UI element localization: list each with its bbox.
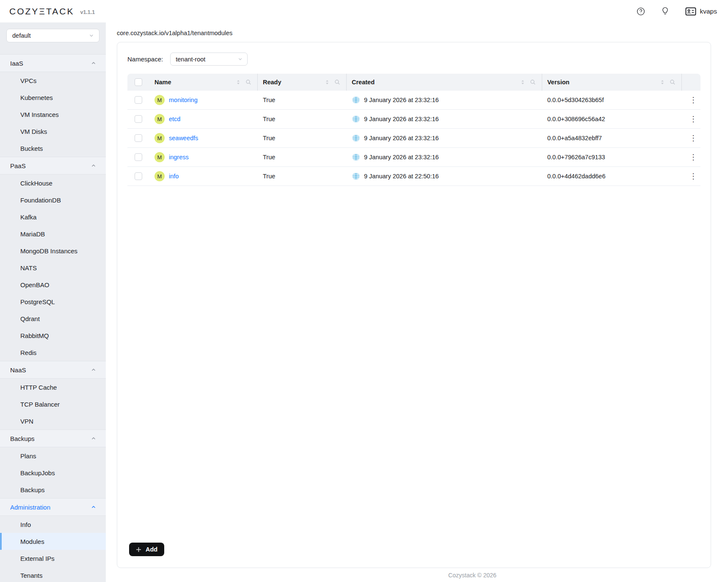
sidebar-item-postgresql[interactable]: PostgreSQL (0, 293, 106, 310)
sidebar-item-clickhouse[interactable]: ClickHouse (0, 175, 106, 191)
column-header-created[interactable]: Created (347, 74, 542, 91)
sidebar-section-iaas[interactable]: IaaS (0, 54, 106, 72)
module-name-link[interactable]: etcd (169, 116, 180, 122)
row-checkbox[interactable] (135, 115, 142, 123)
sort-icon[interactable] (236, 79, 241, 86)
row-checkbox[interactable] (135, 96, 142, 104)
chevron-up-icon (91, 367, 97, 373)
table-row: M seaweedfs True 9 January 2026 at 23:32… (127, 129, 700, 148)
table-row: M info True 9 January 2026 at 22:50:16 0… (127, 167, 700, 186)
app-logo: COZYΞTACK (9, 6, 74, 17)
help-icon[interactable] (637, 7, 645, 16)
row-checkbox[interactable] (135, 153, 142, 161)
column-search-icon[interactable] (530, 79, 536, 85)
sidebar-item-tenants[interactable]: Tenants (0, 567, 106, 582)
sidebar-item-kubernetes[interactable]: Kubernetes (0, 89, 106, 106)
plus-icon (136, 547, 141, 552)
table-row: M ingress True 9 January 2026 at 23:32:1… (127, 148, 700, 167)
ready-cell: True (258, 116, 347, 122)
footer-text: Cozystack © 2026 (106, 572, 728, 579)
module-badge: M (154, 171, 165, 181)
sidebar-item-modules[interactable]: Modules (0, 533, 106, 550)
module-name-link[interactable]: info (169, 173, 179, 180)
chevron-down-icon (237, 56, 243, 62)
sidebar-item-plans[interactable]: Plans (0, 447, 106, 464)
sidebar-item-mongodb-instances[interactable]: MongoDB Instances (0, 242, 106, 259)
column-header-name[interactable]: Name (149, 74, 258, 91)
column-label: Version (547, 79, 569, 86)
column-header-ready[interactable]: Ready (258, 74, 347, 91)
user-menu[interactable]: kvaps (685, 7, 717, 16)
sidebar-item-vm-instances[interactable]: VM Instances (0, 106, 106, 123)
add-button[interactable]: Add (129, 543, 164, 556)
sidebar-item-foundationdb[interactable]: FoundationDB (0, 191, 106, 208)
row-checkbox[interactable] (135, 172, 142, 180)
sidebar-item-qdrant[interactable]: Qdrant (0, 310, 106, 327)
module-name-link[interactable]: monitoring (169, 97, 198, 103)
section-label: NaaS (10, 366, 26, 374)
sidebar: default IaaS VPCs Kubernetes VM Instance… (0, 22, 106, 582)
namespace-label: Namespace: (127, 55, 163, 63)
column-header-actions (682, 74, 700, 91)
created-cell: 9 January 2026 at 23:32:16 (364, 154, 439, 161)
column-header-version[interactable]: Version (542, 74, 682, 91)
column-search-icon[interactable] (670, 79, 676, 85)
table-row: M monitoring True 9 January 2026 at 23:3… (127, 91, 700, 110)
namespace-select[interactable]: tenant-root (170, 53, 248, 66)
sidebar-item-nats[interactable]: NATS (0, 259, 106, 276)
column-label: Ready (263, 79, 281, 86)
sidebar-section-backups[interactable]: Backups (0, 430, 106, 447)
id-card-icon (685, 7, 696, 16)
created-cell: 9 January 2026 at 22:50:16 (364, 173, 439, 180)
namespace-select-value: tenant-root (176, 56, 205, 63)
sidebar-item-kafka[interactable]: Kafka (0, 208, 106, 225)
row-actions-icon[interactable] (687, 172, 700, 181)
row-actions-icon[interactable] (687, 133, 700, 143)
sidebar-item-backups[interactable]: Backups (0, 481, 106, 498)
row-checkbox[interactable] (135, 134, 142, 142)
sidebar-section-administration[interactable]: Administration (0, 498, 106, 516)
column-label: Created (352, 79, 375, 86)
section-label: PaaS (10, 162, 26, 169)
chevron-up-icon (91, 60, 97, 66)
chevron-up-icon (91, 163, 97, 169)
sidebar-item-vpn[interactable]: VPN (0, 413, 106, 430)
created-cell: 9 January 2026 at 23:32:16 (364, 116, 439, 122)
sidebar-item-info[interactable]: Info (0, 516, 106, 533)
sidebar-item-buckets[interactable]: Buckets (0, 140, 106, 157)
select-all-checkbox[interactable] (135, 78, 142, 86)
sidebar-item-http-cache[interactable]: HTTP Cache (0, 379, 106, 396)
sidebar-item-rabbitmq[interactable]: RabbitMQ (0, 327, 106, 344)
created-cell: 9 January 2026 at 23:32:16 (364, 97, 439, 103)
breadcrumb: core.cozystack.io/v1alpha1/tenantmodules (117, 30, 728, 36)
module-badge: M (154, 95, 165, 105)
sidebar-item-mariadb[interactable]: MariaDB (0, 225, 106, 242)
sort-icon[interactable] (325, 79, 330, 86)
sidebar-item-vm-disks[interactable]: VM Disks (0, 123, 106, 140)
row-actions-icon[interactable] (687, 152, 700, 162)
module-name-link[interactable]: seaweedfs (169, 135, 198, 141)
top-bar: COZYΞTACK v1.1.1 kvaps (0, 0, 728, 22)
sidebar-item-backupjobs[interactable]: BackupJobs (0, 464, 106, 481)
version-cell: 0.0.0+5d304263b65f (542, 97, 682, 103)
sidebar-section-paas[interactable]: PaaS (0, 157, 106, 175)
row-actions-icon[interactable] (687, 95, 700, 105)
column-search-icon[interactable] (245, 79, 251, 85)
module-name-link[interactable]: ingress (169, 154, 189, 161)
sort-icon[interactable] (660, 79, 665, 86)
sidebar-item-tcp-balancer[interactable]: TCP Balancer (0, 396, 106, 413)
sidebar-item-vpcs[interactable]: VPCs (0, 72, 106, 89)
sidebar-item-redis[interactable]: Redis (0, 344, 106, 361)
sidebar-item-openbao[interactable]: OpenBAO (0, 276, 106, 293)
ready-cell: True (258, 154, 347, 161)
user-name: kvaps (700, 8, 717, 15)
sidebar-section-naas[interactable]: NaaS (0, 361, 106, 379)
theme-bulb-icon[interactable] (661, 7, 669, 16)
column-search-icon[interactable] (334, 79, 340, 85)
row-actions-icon[interactable] (687, 114, 700, 124)
cluster-select[interactable]: default (6, 29, 99, 42)
table-header: Name Ready Created (127, 74, 700, 91)
sidebar-item-external-ips[interactable]: External IPs (0, 550, 106, 567)
namespace-row: Namespace: tenant-root (127, 53, 700, 66)
sort-icon[interactable] (520, 79, 525, 86)
